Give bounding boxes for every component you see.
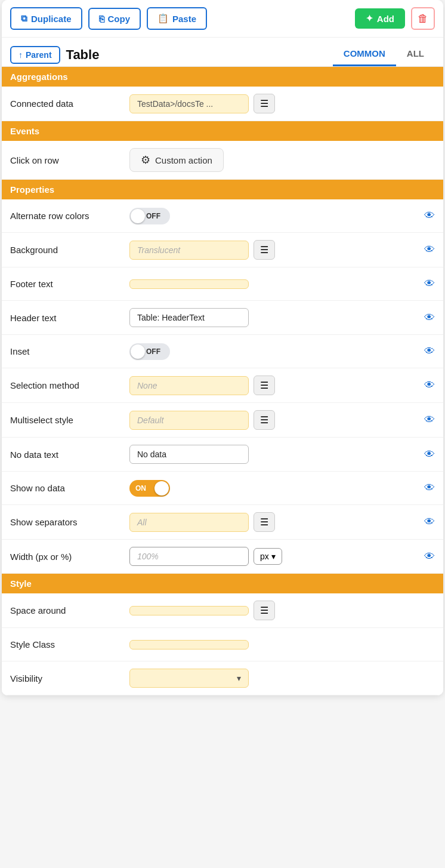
page-title: Table <box>66 47 333 63</box>
alternate-row-colors-toggle[interactable]: OFF <box>129 208 170 224</box>
delete-button[interactable]: 🗑 <box>411 7 435 30</box>
show-separators-eye-icon[interactable]: 👁 <box>424 516 435 528</box>
inset-value: OFF 👁 <box>129 343 435 360</box>
no-data-text-row: No data text No data 👁 <box>2 438 443 472</box>
selection-method-eye-icon[interactable]: 👁 <box>424 379 435 392</box>
header-text-value: Table: HeaderText 👁 <box>129 308 435 327</box>
tabs: COMMON ALL <box>333 44 435 66</box>
selection-method-input[interactable]: None <box>129 376 249 395</box>
multiselect-style-label: Multiselect style <box>10 415 129 425</box>
multiselect-style-row: Multiselect style Default ☰ 👁 <box>2 403 443 438</box>
gear-icon: ⚙ <box>141 153 150 167</box>
header-text-eye-icon[interactable]: 👁 <box>424 312 435 324</box>
multiselect-style-list-button[interactable]: ☰ <box>254 410 275 430</box>
show-no-data-value: ON 👁 <box>129 480 435 497</box>
alternate-row-colors-eye-icon[interactable]: 👁 <box>424 210 435 222</box>
show-no-data-toggle[interactable]: ON <box>129 480 170 497</box>
properties-section-header: Properties <box>2 180 443 199</box>
toggle-label: OFF <box>146 347 160 356</box>
chevron-down-icon: ▾ <box>237 673 241 683</box>
paste-label: Paste <box>172 14 196 24</box>
visibility-label: Visibility <box>10 673 129 684</box>
background-value: Translucent ☰ 👁 <box>129 240 435 260</box>
copy-button[interactable]: ⎘ Copy <box>88 8 141 30</box>
header-text-input[interactable]: Table: HeaderText <box>129 308 249 327</box>
chevron-down-icon: ▾ <box>271 552 276 561</box>
unit-label: px <box>260 552 269 561</box>
show-no-data-eye-icon[interactable]: 👁 <box>424 482 435 494</box>
connected-data-list-button[interactable]: ☰ <box>254 94 275 113</box>
list-icon: ☰ <box>260 516 268 528</box>
selection-method-value: None ☰ 👁 <box>129 375 435 395</box>
selection-method-list-button[interactable]: ☰ <box>254 375 275 395</box>
inset-toggle[interactable]: OFF <box>129 343 170 360</box>
space-around-value: ☰ <box>129 601 435 620</box>
space-around-row: Space around ☰ <box>2 593 443 628</box>
click-on-row-value: ⚙ Custom action <box>129 148 435 172</box>
show-separators-label: Show separators <box>10 517 129 527</box>
show-separators-list-button[interactable]: ☰ <box>254 512 275 532</box>
tab-all[interactable]: ALL <box>396 44 435 66</box>
toggle-thumb <box>131 209 145 223</box>
inset-eye-icon[interactable]: 👁 <box>424 345 435 358</box>
list-icon: ☰ <box>260 380 268 391</box>
width-input[interactable]: 100% <box>129 547 249 566</box>
duplicate-button[interactable]: ⧉ Duplicate <box>10 7 82 30</box>
width-unit-select[interactable]: px ▾ <box>254 548 282 565</box>
copy-icon: ⎘ <box>99 14 104 24</box>
multiselect-style-eye-icon[interactable]: 👁 <box>424 414 435 426</box>
footer-text-row: Footer text 👁 <box>2 267 443 301</box>
delete-icon: 🗑 <box>418 13 428 25</box>
style-section-header: Style <box>2 574 443 593</box>
parent-button[interactable]: ↑ Parent <box>10 46 60 64</box>
visibility-select[interactable]: ▾ <box>129 669 249 688</box>
paste-icon: 📋 <box>157 13 169 24</box>
header-text-row: Header text Table: HeaderText 👁 <box>2 301 443 335</box>
footer-text-input[interactable] <box>129 279 249 289</box>
space-around-input[interactable] <box>129 606 249 615</box>
background-eye-icon[interactable]: 👁 <box>424 244 435 256</box>
duplicate-icon: ⧉ <box>21 13 27 24</box>
list-icon: ☰ <box>260 605 268 616</box>
tab-common[interactable]: COMMON <box>333 44 396 66</box>
width-row: Width (px or %) 100% px ▾ 👁 <box>2 540 443 574</box>
width-eye-icon[interactable]: 👁 <box>424 550 435 563</box>
selection-method-row: Selection method None ☰ 👁 <box>2 368 443 403</box>
space-around-list-button[interactable]: ☰ <box>254 601 275 620</box>
background-list-button[interactable]: ☰ <box>254 240 275 260</box>
background-input[interactable]: Translucent <box>129 241 249 260</box>
connected-data-row: Connected data TestData>/docsTe ... ☰ <box>2 87 443 121</box>
visibility-row: Visibility ▾ <box>2 661 443 695</box>
click-on-row-label: Click on row <box>10 155 129 165</box>
width-value: 100% px ▾ 👁 <box>129 547 435 566</box>
no-data-text-input[interactable]: No data <box>129 445 249 464</box>
style-class-label: Style Class <box>10 639 129 650</box>
connected-data-input[interactable]: TestData>/docsTe ... <box>129 94 249 113</box>
parent-arrow-icon: ↑ <box>18 50 23 60</box>
show-no-data-label: Show no data <box>10 483 129 493</box>
selection-method-label: Selection method <box>10 380 129 390</box>
no-data-text-eye-icon[interactable]: 👁 <box>424 448 435 461</box>
custom-action-button[interactable]: ⚙ Custom action <box>129 148 224 172</box>
click-on-row-row: Click on row ⚙ Custom action <box>2 141 443 180</box>
alternate-row-colors-value: OFF 👁 <box>129 208 435 224</box>
space-around-label: Space around <box>10 605 129 615</box>
duplicate-label: Duplicate <box>31 14 72 24</box>
toggle-label: OFF <box>146 212 160 220</box>
paste-button[interactable]: 📋 Paste <box>147 7 207 30</box>
style-class-row: Style Class <box>2 628 443 661</box>
inset-row: Inset OFF 👁 <box>2 335 443 368</box>
add-button[interactable]: ✦ Add <box>355 8 405 29</box>
add-icon: ✦ <box>366 13 373 24</box>
background-label: Background <box>10 245 129 255</box>
parent-label: Parent <box>26 50 52 60</box>
footer-text-eye-icon[interactable]: 👁 <box>424 278 435 290</box>
custom-action-label: Custom action <box>155 155 212 165</box>
style-class-input[interactable] <box>129 640 249 650</box>
footer-text-label: Footer text <box>10 279 129 289</box>
header-row: ↑ Parent Table COMMON ALL <box>2 38 443 67</box>
connected-data-label: Connected data <box>10 99 129 109</box>
multiselect-style-value: Default ☰ 👁 <box>129 410 435 430</box>
show-separators-input[interactable]: All <box>129 513 249 532</box>
multiselect-style-input[interactable]: Default <box>129 411 249 430</box>
